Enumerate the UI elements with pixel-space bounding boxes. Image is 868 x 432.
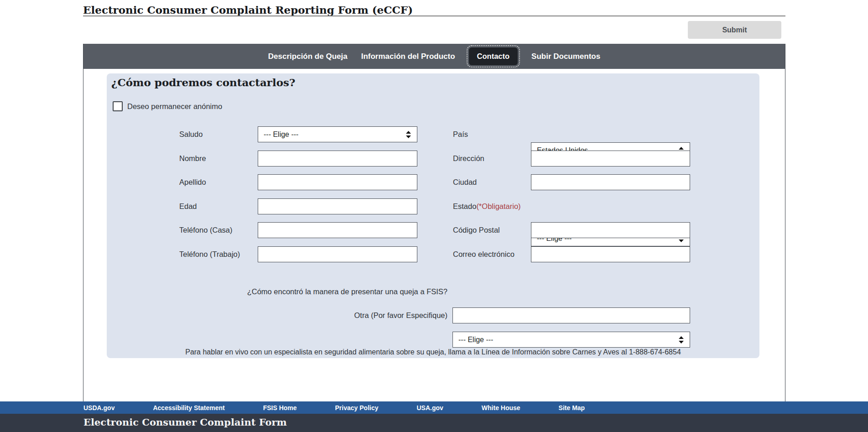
footer-link-white-house[interactable]: White House	[482, 404, 520, 411]
apellido-label: Apellido	[179, 174, 206, 190]
edad-input[interactable]	[258, 198, 417, 214]
anonymous-checkbox-label: Deseo permanecer anónimo	[127, 101, 222, 111]
correo-electronico-label: Correo electrónico	[453, 246, 515, 262]
estado-required-marker: (*Obligatario)	[476, 202, 520, 211]
footer-link-privacy-policy[interactable]: Privacy Policy	[335, 404, 379, 411]
section-heading: ¿Cómo podremos contactarlos?	[111, 76, 295, 88]
footer-link-site-map[interactable]: Site Map	[559, 404, 585, 411]
tab-contacto[interactable]: Contacto	[469, 47, 518, 65]
nombre-input[interactable]	[258, 151, 417, 167]
footer-link-usa-gov[interactable]: USA.gov	[416, 404, 443, 411]
apellido-input[interactable]	[258, 174, 417, 190]
contact-form-panel: ¿Cómo podremos contactarlos? Deseo perma…	[107, 73, 759, 358]
footer-link-bar: USDA.gov Accessibility Statement FSIS Ho…	[0, 401, 868, 414]
como-encontro-select-value: --- Elige ---	[458, 336, 493, 344]
select-arrows-icon	[406, 131, 411, 138]
telefono-casa-label: Teléfono (Casa)	[179, 222, 232, 238]
footer-link-fsis-home[interactable]: FSIS Home	[263, 404, 297, 411]
saludo-select-value: --- Elige ---	[264, 130, 298, 139]
codigo-postal-input[interactable]	[531, 222, 690, 238]
hotline-note: Para hablar en vivo con un especialista …	[107, 348, 759, 356]
telefono-trabajo-input[interactable]	[258, 246, 417, 262]
footer-link-usda-gov[interactable]: USDA.gov	[83, 404, 114, 411]
telefono-casa-input[interactable]	[258, 222, 417, 238]
page-title: Electronic Consumer Complaint Reporting …	[83, 4, 413, 16]
footer-bar: Electronic Consumer Complaint Form	[0, 414, 868, 432]
direccion-label: Dirección	[453, 151, 484, 167]
como-encontro-select[interactable]: --- Elige ---	[452, 332, 690, 348]
select-arrows-icon	[679, 336, 684, 344]
nombre-label: Nombre	[179, 151, 206, 167]
saludo-select[interactable]: --- Elige ---	[258, 126, 417, 142]
edad-label: Edad	[179, 198, 197, 214]
otra-especifique-input[interactable]	[452, 307, 690, 323]
correo-electronico-input[interactable]	[531, 246, 690, 262]
form-container: Descripción de Queja Información del Pro…	[83, 44, 785, 401]
direccion-input[interactable]	[531, 151, 690, 167]
title-divider	[83, 16, 785, 16]
footer-site-title: Electronic Consumer Complaint Form	[83, 416, 287, 428]
como-encontro-label: ¿Cómo encontró la manera de presentar un…	[244, 284, 447, 300]
estado-label: Estado(*Obligatario)	[453, 198, 521, 214]
footer-link-accessibility-statement[interactable]: Accessibility Statement	[153, 404, 224, 411]
submit-button[interactable]: Submit	[688, 21, 781, 39]
tab-descripcion-de-queja[interactable]: Descripción de Queja	[268, 52, 348, 61]
saludo-label: Saludo	[179, 126, 203, 142]
tab-informacion-del-producto[interactable]: Información del Producto	[361, 52, 455, 61]
tab-bar: Descripción de Queja Información del Pro…	[83, 44, 785, 69]
telefono-trabajo-label: Teléfono (Trabajo)	[179, 246, 240, 262]
ciudad-input[interactable]	[531, 174, 690, 190]
tab-subir-documentos[interactable]: Subir Documentos	[531, 52, 600, 61]
otra-especifique-label: Otra (Por favor Especifique)	[244, 307, 447, 323]
codigo-postal-label: Código Postal	[453, 222, 500, 238]
pais-label: País	[453, 126, 468, 142]
ciudad-label: Ciudad	[453, 174, 477, 190]
anonymous-checkbox[interactable]	[113, 101, 123, 111]
